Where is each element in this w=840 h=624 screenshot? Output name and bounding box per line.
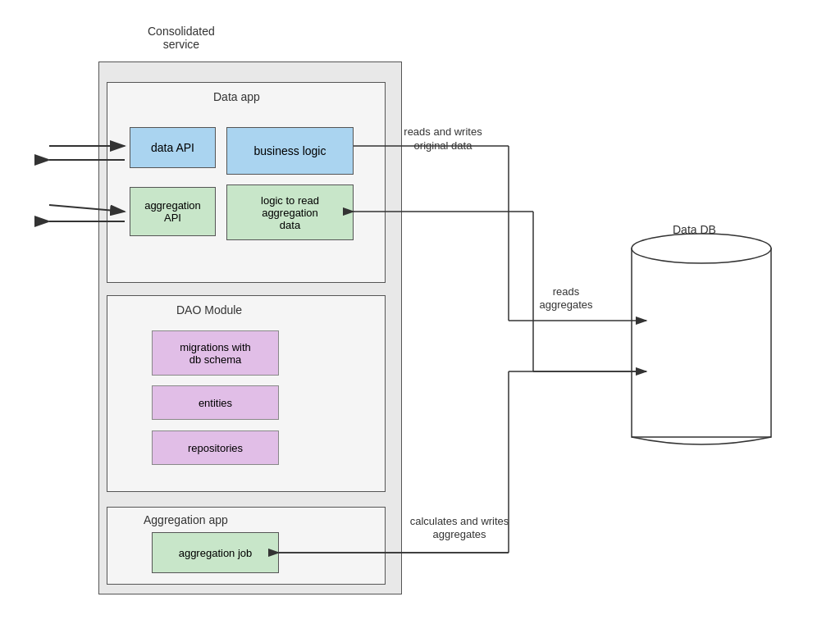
data-api-label: data API bbox=[151, 141, 194, 154]
aggregates-box: aggregates bbox=[646, 354, 753, 389]
aggregates-label: aggregates bbox=[673, 366, 726, 378]
svg-rect-2 bbox=[632, 248, 771, 437]
svg-text:calculates and writes: calculates and writes bbox=[410, 515, 509, 527]
svg-text:aggregates: aggregates bbox=[432, 528, 486, 540]
logic-read-label: logic to readaggregationdata bbox=[261, 194, 319, 231]
original-data-label: original data bbox=[671, 315, 729, 327]
aggregation-job-label: aggregation job bbox=[179, 547, 253, 559]
repositories-box: repositories bbox=[152, 430, 279, 465]
aggregation-api-box: aggregationAPI bbox=[130, 187, 216, 236]
business-logic-box: business logic bbox=[226, 127, 354, 175]
migrations-box: migrations withdb schema bbox=[152, 330, 279, 376]
aggregation-app-label: Aggregation app bbox=[144, 513, 228, 526]
entities-label: entities bbox=[199, 397, 232, 409]
svg-text:reads: reads bbox=[553, 285, 580, 298]
entities-box: entities bbox=[152, 385, 279, 420]
business-logic-label: business logic bbox=[254, 144, 326, 157]
aggregation-job-box: aggregation job bbox=[152, 532, 279, 573]
logic-read-box: logic to readaggregationdata bbox=[226, 184, 354, 240]
svg-text:reads and writes: reads and writes bbox=[404, 125, 482, 138]
svg-text:aggregates: aggregates bbox=[539, 298, 593, 311]
consolidated-service-label: Consolidatedservice bbox=[148, 25, 215, 51]
repositories-label: repositories bbox=[188, 442, 243, 454]
aggregation-api-label: aggregationAPI bbox=[144, 199, 201, 224]
migrations-label: migrations withdb schema bbox=[180, 341, 251, 366]
data-app-label: Data app bbox=[213, 90, 260, 103]
data-db-label: Data DB bbox=[673, 223, 716, 236]
svg-text:original data: original data bbox=[414, 139, 473, 152]
diagram-container: Consolidatedservice Data app DAO Module … bbox=[0, 0, 840, 624]
data-api-box: data API bbox=[130, 127, 216, 168]
svg-point-3 bbox=[632, 234, 771, 263]
data-app-box bbox=[107, 82, 386, 283]
dao-module-label: DAO Module bbox=[176, 303, 242, 317]
original-data-box: original data bbox=[646, 303, 753, 338]
